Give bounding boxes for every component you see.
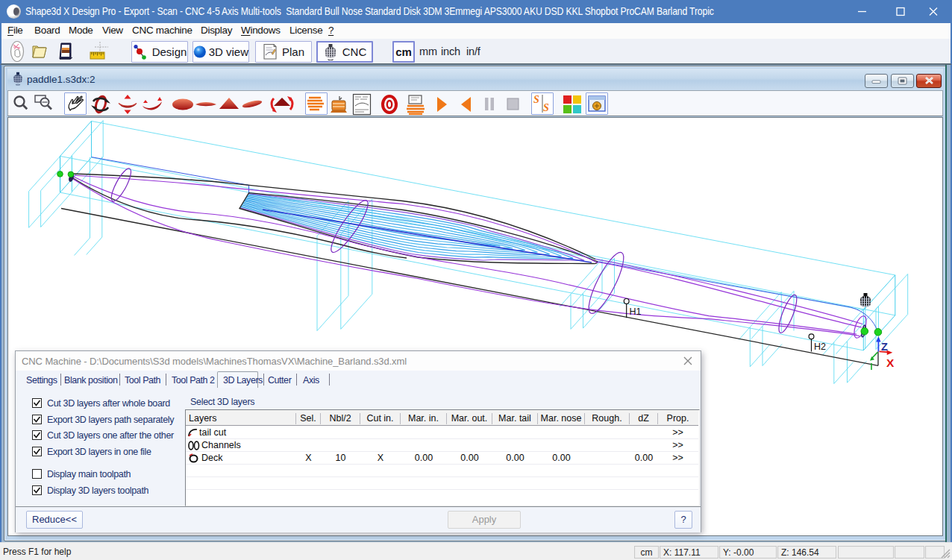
svg-text:X: X bbox=[886, 356, 895, 369]
svg-text:S: S bbox=[533, 94, 539, 105]
svg-text:Z: Z bbox=[881, 341, 888, 353]
svg-text:H2: H2 bbox=[814, 342, 826, 352]
svg-text:S: S bbox=[543, 102, 549, 113]
svg-text:H1: H1 bbox=[630, 306, 642, 317]
